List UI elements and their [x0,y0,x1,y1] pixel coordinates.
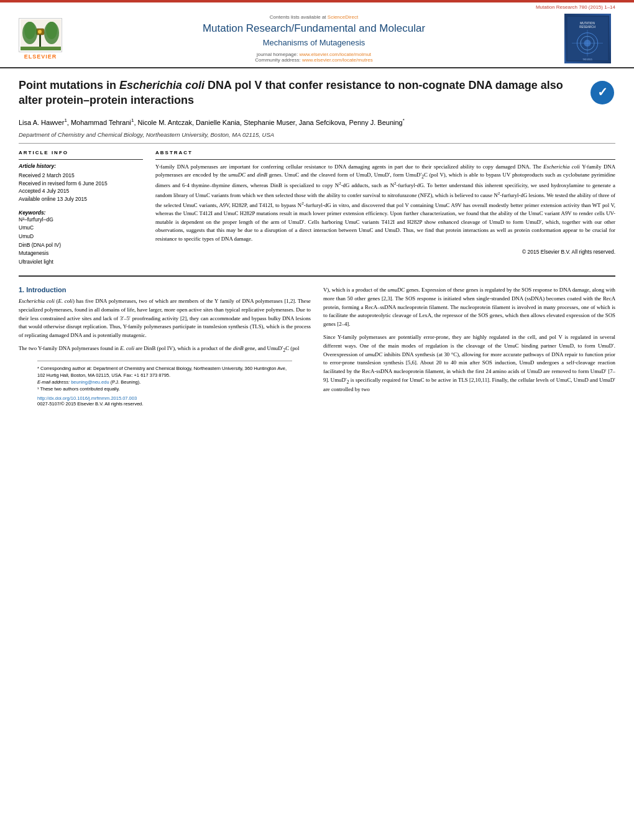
intro-number: 1. [19,286,24,293]
community-label: Community address: [255,57,300,63]
volume-info: Mutation Research 780 (2015) 1–14 [0,2,634,10]
header-right: MUTATION RESEARCH 780 2015 [559,14,615,63]
article-title-italic: Escherichia coli [119,79,204,91]
received-date: Received 2 March 2015 [19,172,143,180]
contents-line: Contents lists available at ScienceDirec… [78,14,550,20]
right-col: ABSTRACT Y-family DNA polymerases are im… [155,150,615,267]
main-right-col: V), which is a product of the umuDC gene… [323,286,615,406]
article-title-section: Point mutations in Escherichia coli DNA … [0,68,634,114]
header-center: Contents lists available at ScienceDirec… [68,14,559,63]
article-info-title: ARTICLE INFO [19,150,143,155]
keywords-list: N²–furfuryl–dG UmuC UmuD DinB (DNA pol I… [19,216,143,267]
footnote-email: E-mail address: beuning@neu.edu (P.J. Be… [37,379,292,385]
sciencedirect-link[interactable]: ScienceDirect [328,14,358,20]
keyword-4: DinB (DNA pol IV) [19,241,143,250]
keywords-section: Keywords: N²–furfuryl–dG UmuC UmuD DinB … [19,210,143,267]
abstract-text: Y-family DNA polymerases are important f… [155,163,615,244]
keyword-3: UmuD [19,233,143,241]
header-left: ELSEVIER [12,18,68,60]
svg-text:✓: ✓ [597,85,608,99]
journal-cover: MUTATION RESEARCH 780 2015 [564,14,611,63]
article-info-box: Article history: Received 2 March 2015 R… [19,159,143,267]
issn-line: 0027-5107/© 2015 Elsevier B.V. All right… [37,401,292,407]
intro-title: Introduction [26,286,66,293]
email-link[interactable]: beuning@neu.edu [71,379,109,385]
journal-links: journal homepage: www.elsevier.com/locat… [78,52,550,63]
info-abstract-cols: ARTICLE INFO Article history: Received 2… [0,144,634,273]
keyword-2: UmuC [19,224,143,233]
doi-line[interactable]: http://dx.doi.org/10.1016/j.mrfmmm.2015.… [37,395,292,401]
elsevier-text: ELSEVIER [24,53,57,60]
intro-para-2: The two Y-family DNA polymerases found i… [19,344,311,354]
available-date: Available online 13 July 2015 [19,195,143,203]
svg-text:RESEARCH: RESEARCH [579,25,595,29]
footnote-corresponding: * Corresponding author at: Department of… [37,365,292,379]
authors-section: Lisa A. Hawver1, Mohammad Tehrani1, Nico… [0,114,634,129]
volume-text: Mutation Research 780 (2015) 1–14 [536,4,615,10]
body-divider [19,275,615,277]
affiliation: Department of Chemistry and Chemical Bio… [0,129,634,143]
svg-text:MUTATION: MUTATION [580,22,594,25]
authors-text: Lisa A. Hawver1, Mohammad Tehrani1, Nico… [19,119,405,126]
left-col: ARTICLE INFO Article history: Received 2… [19,150,143,267]
homepage-label: journal homepage: [257,52,298,57]
keyword-6: Ultraviolet light [19,258,143,267]
footnote-1: ¹ These two authors contributed equally. [37,385,292,392]
svg-point-5 [24,22,35,39]
abstract-box: Y-family DNA polymerases are important f… [155,159,615,255]
received-revised-date: Received in revised form 6 June 2015 [19,180,143,188]
page-wrapper: Mutation Research 780 (2015) 1–14 [0,0,634,840]
keyword-1: N²–furfuryl–dG [19,216,143,224]
intro-heading: 1. Introduction [19,286,311,293]
crossmark-circle[interactable]: ✓ [590,81,614,104]
community-url[interactable]: www.elsevier.com/locate/mutres [302,57,373,63]
svg-point-7 [46,22,57,39]
journal-title-line2: Mechanisms of Mutagenesis [263,38,365,47]
right-para-2: Since Y-family polymerases are potential… [323,333,615,394]
homepage-url[interactable]: www.elsevier.com/locate/molmut [299,52,371,57]
svg-text:780 2015: 780 2015 [582,58,592,61]
right-para-1: V), which is a product of the umuDC gene… [323,286,615,328]
crossmark-badge[interactable]: ✓ [590,81,615,106]
header-section: ELSEVIER Contents lists available at Sci… [0,10,634,68]
copyright-line: © 2015 Elsevier B.V. All rights reserved… [155,249,615,255]
footnote-section: * Corresponding author at: Department of… [37,361,292,407]
contents-label: Contents lists available at [270,14,326,20]
crossmark-svg: ✓ [590,81,614,104]
intro-para-1: Escherichia coli (E. coli) has five DNA … [19,297,311,339]
history-label: Article history: [19,163,143,169]
svg-rect-8 [21,47,61,50]
journal-cover-image: MUTATION RESEARCH 780 2015 [564,16,611,62]
accepted-date: Accepted 4 July 2015 [19,187,143,195]
article-title: Point mutations in Escherichia coli DNA … [19,78,584,108]
elsevier-logo: ELSEVIER [12,18,68,60]
abstract-title: ABSTRACT [155,150,615,155]
article-title-text: Point mutations in Escherichia coli DNA … [19,78,584,108]
journal-title-line1: Mutation Research/Fundamental and Molecu… [203,22,425,34]
journal-title-main: Mutation Research/Fundamental and Molecu… [78,22,550,49]
main-left-col: 1. Introduction Escherichia coli (E. col… [19,286,311,406]
tree-icon [21,19,61,50]
elsevier-logo-box [19,18,62,52]
svg-point-3 [38,30,42,34]
main-content: 1. Introduction Escherichia coli (E. col… [0,280,634,412]
keyword-5: Mutagenesis [19,249,143,258]
keywords-title: Keywords: [19,210,143,216]
